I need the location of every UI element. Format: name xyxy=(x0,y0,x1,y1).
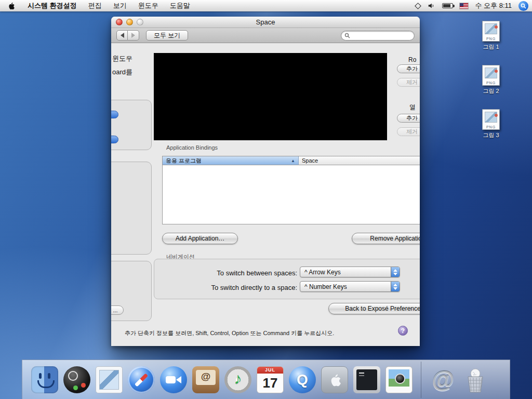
dock-icon-trash[interactable] xyxy=(462,366,489,393)
left-partial-text-2: oard를 xyxy=(112,68,132,77)
menu-bar-clock[interactable]: 수 오후 8:11 xyxy=(475,1,512,10)
switch-between-popup[interactable]: ^ Arrow Keys xyxy=(300,267,400,277)
left-partial-groupbox-1 xyxy=(111,100,152,150)
desktop-icon-picture-2[interactable]: PNG 그림 2 xyxy=(474,65,508,95)
menu-item-view[interactable]: 보기 xyxy=(108,0,132,11)
search-field[interactable] xyxy=(341,31,415,41)
dock-icon-internet-shortcut[interactable]: @ xyxy=(430,366,457,393)
switch-direct-value: ^ Number Keys xyxy=(304,283,347,290)
close-button[interactable] xyxy=(116,19,123,25)
navigation-groupbox xyxy=(154,259,420,299)
battery-icon[interactable] xyxy=(442,3,453,8)
back-to-expose-button[interactable]: Back to Exposé Preference xyxy=(328,303,420,314)
show-all-button[interactable]: 모두 보기 xyxy=(146,30,188,41)
airport-icon[interactable] xyxy=(415,3,422,9)
sort-ascending-icon: ▲ xyxy=(291,158,295,163)
menu-item-help[interactable]: 도움말 xyxy=(164,0,196,11)
popup-stepper-icon xyxy=(391,267,400,277)
dock-icon-safari[interactable] xyxy=(128,366,155,393)
music-note-glyph: ♪ xyxy=(234,371,242,387)
columns-add-button[interactable]: 추가 xyxy=(397,114,420,123)
dock: @ ♪ JUL 17 Q @ xyxy=(22,360,510,399)
desktop-icon-label: 그림 3 xyxy=(474,131,508,139)
search-input[interactable] xyxy=(352,32,411,39)
popup-stepper-icon xyxy=(391,282,400,291)
volume-icon[interactable] xyxy=(427,2,435,9)
trash-basket-icon xyxy=(463,367,487,393)
column-header-space[interactable]: Space xyxy=(299,156,420,165)
dock-icon-address-book[interactable]: @ xyxy=(192,366,219,393)
desktop-icon-picture-3[interactable]: PNG 그림 3 xyxy=(474,109,508,139)
dock-icon-system-preferences[interactable] xyxy=(321,366,348,393)
dock-icon-dashboard[interactable] xyxy=(63,366,90,393)
menu-bar: 시스템 환경설정 편집 보기 윈도우 도움말 수 오후 8:11 xyxy=(0,0,532,11)
search-icon xyxy=(344,33,350,38)
columns-label: 열 xyxy=(409,103,416,112)
table-body-empty xyxy=(163,165,420,224)
left-partial-more-button[interactable]: ... xyxy=(111,305,124,315)
rows-add-button[interactable]: 추가 xyxy=(397,64,420,73)
window-title: Space xyxy=(256,18,275,26)
switch-direct-popup[interactable]: ^ Number Keys xyxy=(300,281,400,292)
dock-icon-mail[interactable] xyxy=(96,366,123,393)
back-arrow-icon xyxy=(121,33,124,38)
magnifier-glyph xyxy=(521,3,526,9)
application-bindings-label: Application Bindings xyxy=(166,144,218,151)
menu-item-window[interactable]: 윈도우 xyxy=(132,0,164,11)
shortcut-help-text: 추가 단축키 정보를 보려면, Shift, Control, Option 또… xyxy=(125,329,334,337)
application-bindings-table: 응용 프로그램 ▲ Space xyxy=(162,156,420,224)
png-badge: PNG xyxy=(483,37,499,41)
desktop-icon-label: 그림 2 xyxy=(474,87,508,95)
png-file-icon: PNG xyxy=(482,21,500,42)
desktop-icon-picture-1[interactable]: PNG 그림 1 xyxy=(474,21,508,51)
switch-between-value: ^ Arrow Keys xyxy=(304,269,341,276)
apple-logo-icon xyxy=(328,373,341,387)
at-spring-glyph: @ xyxy=(432,367,455,393)
dock-icon-itunes[interactable]: ♪ xyxy=(224,366,251,393)
desktop-icon-label: 그림 1 xyxy=(474,43,508,51)
png-badge: PNG xyxy=(483,81,499,85)
window-toolbar: 모두 보기 xyxy=(111,28,420,43)
columns-remove-button: 제거 xyxy=(397,127,420,136)
column-header-space-label: Space xyxy=(302,157,318,164)
menu-item-edit[interactable]: 편집 xyxy=(83,0,108,11)
png-file-icon: PNG xyxy=(482,65,500,86)
minimize-button[interactable] xyxy=(126,19,133,25)
dock-icon-ical[interactable]: JUL 17 xyxy=(257,366,284,393)
rows-label: Ro xyxy=(408,56,416,63)
switch-direct-label: To switch directly to a space: xyxy=(157,284,297,291)
apple-icon xyxy=(7,2,15,10)
help-button[interactable]: ? xyxy=(398,326,408,336)
rows-remove-button: 제거 xyxy=(397,78,420,87)
dock-icon-finder[interactable] xyxy=(31,366,58,393)
window-titlebar[interactable]: Space xyxy=(111,17,420,28)
zoom-button xyxy=(137,19,143,25)
table-header-row: 응용 프로그램 ▲ Space xyxy=(163,156,420,165)
dock-icon-quicktime[interactable]: Q xyxy=(289,366,316,393)
input-language-flag-icon[interactable] xyxy=(460,3,468,9)
spaces-preferences-window: Space 모두 보기 윈도우 oard를 ... Ro 추가 제거 열 추가 … xyxy=(111,17,420,346)
apple-menu[interactable] xyxy=(0,0,22,11)
ical-day: 17 xyxy=(257,374,283,392)
back-button[interactable] xyxy=(116,30,128,41)
window-controls xyxy=(116,19,143,25)
left-partial-groupbox-2 xyxy=(111,162,152,255)
column-header-application[interactable]: 응용 프로그램 ▲ xyxy=(163,156,299,165)
add-application-button[interactable]: Add Application… xyxy=(162,233,238,244)
spotlight-icon[interactable] xyxy=(518,1,528,11)
png-file-icon: PNG xyxy=(482,109,500,130)
navigation-buttons xyxy=(116,30,139,41)
spaces-preview xyxy=(154,53,387,140)
dock-icon-terminal[interactable] xyxy=(353,366,380,393)
q-glyph: Q xyxy=(297,371,308,388)
dock-icon-iphoto[interactable] xyxy=(385,366,413,393)
left-partial-text-1: 윈도우 xyxy=(112,54,132,63)
dock-icon-ichat[interactable] xyxy=(160,366,187,393)
png-badge: PNG xyxy=(483,125,499,129)
switch-between-label: To switch between spaces: xyxy=(157,269,297,277)
menu-item-app[interactable]: 시스템 환경설정 xyxy=(22,0,83,11)
forward-button[interactable] xyxy=(128,30,139,41)
remove-application-button[interactable]: Remove Applicatio xyxy=(352,233,420,244)
ical-month: JUL xyxy=(257,367,283,374)
at-glyph: @ xyxy=(201,371,211,382)
